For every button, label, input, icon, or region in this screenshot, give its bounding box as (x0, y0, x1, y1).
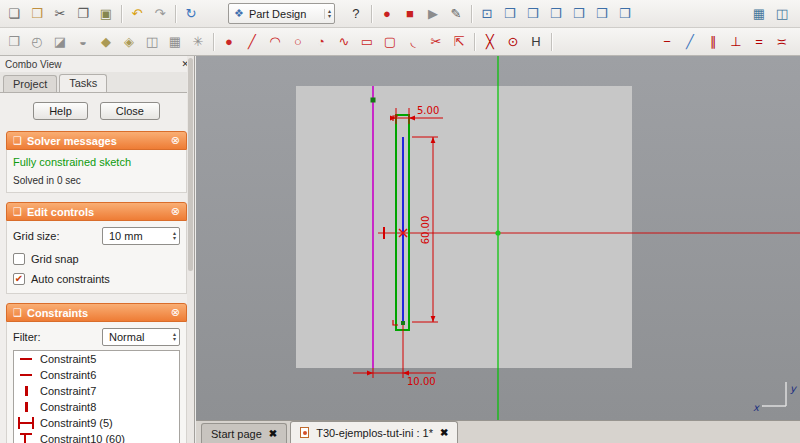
selection-view-icon[interactable]: ◫ (771, 3, 793, 25)
macro-edit-icon[interactable]: ✎ (445, 3, 467, 25)
close-tab-icon[interactable]: ✖ (440, 427, 448, 438)
constraint-item[interactable]: Constraint9 (5) (14, 415, 179, 431)
create-rectangle-icon[interactable]: ▭ (356, 31, 378, 53)
constraint-item[interactable]: Constraint10 (60) (14, 431, 179, 443)
view-left-icon[interactable]: ❒ (614, 3, 636, 25)
origin-point[interactable] (495, 230, 500, 235)
macro-stop-icon[interactable]: ■ (399, 3, 421, 25)
draw-style-icon[interactable]: ▦ (748, 3, 770, 25)
dimension-width-label[interactable]: 5.00 (417, 105, 439, 116)
create-line-icon[interactable]: ╱ (241, 31, 263, 53)
document-icon (300, 427, 309, 438)
polar-pattern-icon[interactable]: ✳ (187, 31, 209, 53)
open-document-icon[interactable]: ❒ (26, 3, 48, 25)
create-conic-icon[interactable]: ◔ (310, 31, 332, 53)
constrain-distance-x-icon[interactable]: H (525, 31, 547, 53)
collapse-icon[interactable]: ⊗ (171, 134, 180, 147)
mirrored-icon[interactable]: ◫ (141, 31, 163, 53)
whats-this-icon[interactable]: ? (345, 3, 367, 25)
view-rear-icon[interactable]: ❒ (591, 3, 613, 25)
checkbox-box[interactable]: ✔ (13, 273, 25, 285)
constrain-point-on-object-icon[interactable]: ⊙ (502, 31, 524, 53)
fillet-feature-icon[interactable]: ◆ (95, 31, 117, 53)
constraint-item[interactable]: Constraint7 (14, 383, 179, 399)
macro-execute-icon[interactable]: ▶ (422, 3, 444, 25)
spin-down-icon[interactable]: ▾ (328, 14, 331, 19)
help-button[interactable]: Help (33, 102, 88, 120)
new-document-icon[interactable]: ❏ (3, 3, 25, 25)
toggle-construction-icon[interactable]: ╱ (679, 31, 701, 53)
grid-size-combo[interactable]: 10 mm ▴ ▾ (102, 227, 180, 245)
toolbar-separator (468, 3, 475, 25)
create-fillet-icon[interactable]: ◟ (402, 31, 424, 53)
create-polyline-icon[interactable]: ∿ (333, 31, 355, 53)
dimension-height-label[interactable]: 60.00 (420, 216, 431, 245)
constraint-item[interactable]: Constraint6 (14, 367, 179, 383)
checkbox-box[interactable]: ✔ (13, 253, 25, 265)
sketcher-toolbar: ❒◴◪◒◆◈◫▦✳●╱◠○◔∿▭▢◟✂⇱╳⊙H −╱∥⊥=≍ (0, 28, 800, 56)
create-point-icon[interactable]: ● (218, 31, 240, 53)
combo-arrows-icon[interactable]: ▴ ▾ (173, 332, 176, 342)
copy-icon[interactable]: ❐ (72, 3, 94, 25)
undo-icon[interactable]: ↶ (126, 3, 148, 25)
view-front-icon[interactable]: ❒ (522, 3, 544, 25)
constrain-perpendicular-icon[interactable]: ⊥ (725, 31, 747, 53)
revolution-icon[interactable]: ◴ (26, 31, 48, 53)
close-button[interactable]: Close (100, 102, 160, 120)
scrollbar-thumb[interactable] (188, 58, 193, 271)
constrain-coincident-icon[interactable]: ╳ (479, 31, 501, 53)
create-arc-icon[interactable]: ◠ (264, 31, 286, 53)
spin-down-icon[interactable]: ▾ (173, 236, 176, 241)
spin-down-icon[interactable]: ▾ (173, 337, 176, 342)
auto-constraints-checkbox[interactable]: ✔ Auto constraints (13, 273, 180, 285)
vertex-point[interactable] (401, 321, 405, 325)
tab-tasks[interactable]: Tasks (59, 74, 107, 92)
groove-icon[interactable]: ◒ (72, 31, 94, 53)
constraint-item[interactable]: Constraint5 (14, 351, 179, 367)
constrain-symmetric-icon[interactable]: ≍ (771, 31, 793, 53)
collapse-icon[interactable]: ⊗ (171, 205, 180, 218)
cut-icon[interactable]: ✂ (49, 3, 71, 25)
close-tab-icon[interactable]: ✖ (269, 428, 277, 439)
solver-messages-header[interactable]: ❑ Solver messages ⊗ (6, 131, 187, 150)
constrain-parallel-icon[interactable]: ∥ (702, 31, 724, 53)
sketch-face[interactable] (296, 86, 632, 368)
sketch-canvas[interactable]: 5.00 60.00 10.00 (196, 56, 800, 420)
pocket-icon[interactable]: ◪ (49, 31, 71, 53)
panel-scrollbar[interactable] (187, 56, 194, 443)
refresh-icon[interactable]: ↻ (180, 3, 202, 25)
constraint-item[interactable]: Constraint8 (14, 399, 179, 415)
constraint-icon (18, 353, 34, 365)
constrain-equal-icon[interactable]: = (748, 31, 770, 53)
dimension-offset-label[interactable]: 10.00 (407, 376, 436, 387)
linear-pattern-icon[interactable]: ▦ (164, 31, 186, 53)
workbench-selector[interactable]: ❖ Part Design ▴ ▾ (228, 3, 335, 24)
external-geometry-icon[interactable]: ⇱ (448, 31, 470, 53)
view-top-icon[interactable]: ❒ (545, 3, 567, 25)
paste-icon[interactable]: ▣ (95, 3, 117, 25)
tab-document[interactable]: T30-ejemplos-tut-ini : 1* ✖ (290, 421, 458, 443)
constraint-filter-combo[interactable]: Normal ▴ ▾ (102, 328, 180, 346)
chamfer-feature-icon[interactable]: ◈ (118, 31, 140, 53)
create-circle-icon[interactable]: ○ (287, 31, 309, 53)
view-fit-icon[interactable]: ⊡ (476, 3, 498, 25)
collapse-icon[interactable]: ⊗ (171, 306, 180, 319)
combo-arrows-icon[interactable]: ▴ ▾ (324, 9, 331, 19)
edit-controls-header[interactable]: ❑ Edit controls ⊗ (6, 202, 187, 221)
macro-record-icon[interactable]: ● (376, 3, 398, 25)
vertex-point[interactable] (371, 98, 376, 103)
create-slot-icon[interactable]: ▢ (379, 31, 401, 53)
view-right-icon[interactable]: ❒ (568, 3, 590, 25)
tab-project[interactable]: Project (3, 75, 57, 92)
pad-icon[interactable]: ❒ (3, 31, 25, 53)
tab-start-page[interactable]: Start page ✖ (201, 423, 287, 443)
constrain-horizontal-icon[interactable]: − (656, 31, 678, 53)
redo-icon[interactable]: ↷ (149, 3, 171, 25)
constraints-header[interactable]: ❑ Constraints ⊗ (6, 303, 187, 322)
combo-arrows-icon[interactable]: ▴ ▾ (173, 231, 176, 241)
trim-edge-icon[interactable]: ✂ (425, 31, 447, 53)
panel-title: Combo View (5, 59, 62, 70)
view-axonometric-icon[interactable]: ❒ (499, 3, 521, 25)
3d-viewport[interactable]: 5.00 60.00 10.00 (196, 56, 800, 420)
grid-snap-checkbox[interactable]: ✔ Grid snap (13, 253, 180, 265)
